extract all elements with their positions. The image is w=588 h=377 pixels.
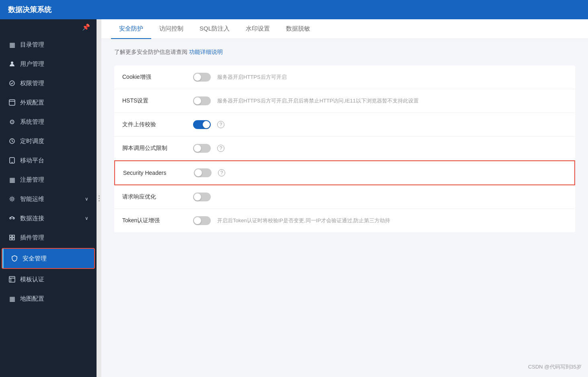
tab-sql-injection[interactable]: SQL防注入 xyxy=(191,19,238,39)
sidebar-label-ops: 智能运维 xyxy=(20,195,44,203)
toggle-token[interactable] xyxy=(193,216,211,225)
sidebar-label-catalog: 目录管理 xyxy=(20,41,44,49)
tab-access-control[interactable]: 访问控制 xyxy=(151,19,191,39)
sidebar-item-system[interactable]: ⚙ 系统管理 xyxy=(0,112,97,131)
sidebar-label-plugin: 插件管理 xyxy=(20,234,44,242)
svg-point-0 xyxy=(11,61,13,64)
sidebar-item-template[interactable]: 模板认证 xyxy=(0,270,97,289)
sidebar-label-permission: 权限管理 xyxy=(20,80,44,87)
sidebar-item-security[interactable]: 安全管理 xyxy=(2,248,95,269)
watermark-text: CSDN @代码写到35岁 xyxy=(528,364,582,370)
sidebar-label-security: 安全管理 xyxy=(23,255,47,262)
sidebar-label-appearance: 外观配置 xyxy=(20,99,44,107)
permission-icon xyxy=(8,79,16,87)
sidebar-item-ops[interactable]: 智能运维 ∨ xyxy=(0,189,97,209)
svg-rect-10 xyxy=(12,235,14,237)
setting-row-cookie: Cookie增强 服务器开启HTTPS后方可开启 xyxy=(114,66,575,89)
svg-rect-13 xyxy=(9,277,15,282)
template-icon xyxy=(8,275,16,283)
help-icon-file-upload[interactable]: ? xyxy=(217,121,224,128)
toggle-security-headers[interactable] xyxy=(194,168,212,177)
svg-point-6 xyxy=(11,198,13,200)
app-title: 数据决策系统 xyxy=(8,5,51,14)
setting-row-file-upload: 文件上传校验 ? xyxy=(114,113,575,137)
sidebar-pin-area: 📌 xyxy=(0,19,97,35)
setting-label-request-optimize: 请求响应优化 xyxy=(122,193,187,201)
sidebar-label-registration: 注册管理 xyxy=(20,176,44,184)
toggle-file-upload[interactable] xyxy=(193,120,211,129)
catalog-icon: ▦ xyxy=(8,41,16,49)
toggle-request-optimize[interactable] xyxy=(193,193,211,201)
sidebar-label-mobile: 移动平台 xyxy=(20,157,44,164)
setting-row-security-headers: Security Headers ? xyxy=(114,160,575,185)
sidebar-label-user: 用户管理 xyxy=(20,60,44,68)
help-icon-security-headers[interactable]: ? xyxy=(218,169,225,176)
settings-list: Cookie增强 服务器开启HTTPS后方可开启 HSTS设置 服务器开启HTT… xyxy=(114,66,575,232)
tab-security-protection[interactable]: 安全防护 xyxy=(111,19,151,39)
setting-label-security-headers: Security Headers xyxy=(123,170,187,176)
mobile-icon xyxy=(8,156,16,164)
watermark: CSDN @代码写到35岁 xyxy=(528,363,582,371)
setting-row-token: Token认证增强 开启后Token认证时将校验IP是否变更,同一IP才会验证通… xyxy=(114,209,575,232)
scheduler-icon xyxy=(8,137,16,145)
system-icon: ⚙ xyxy=(8,118,16,126)
sidebar-label-system: 系统管理 xyxy=(20,118,44,126)
sidebar-item-registration[interactable]: ▦ 注册管理 xyxy=(0,170,97,189)
sidebar-label-template: 模板认证 xyxy=(20,276,44,283)
main-layout: 📌 ▦ 目录管理 用户管理 权限管理 外观配置 ⚙ 系统管理 xyxy=(0,19,588,377)
setting-row-script-limit: 脚本调用公式限制 ? xyxy=(114,137,575,160)
toggle-cookie[interactable] xyxy=(193,73,211,82)
ops-arrow: ∨ xyxy=(85,196,88,202)
svg-point-5 xyxy=(12,162,12,163)
setting-desc-hsts: 服务器开启HTTPS后方可开启,开启后将禁止HTTP访问,IE11以下浏览器暂不… xyxy=(217,97,567,104)
sidebar-item-permission[interactable]: 权限管理 xyxy=(0,74,97,93)
sidebar-label-map: 地图配置 xyxy=(20,295,44,303)
sidebar: 📌 ▦ 目录管理 用户管理 权限管理 外观配置 ⚙ 系统管理 xyxy=(0,19,97,377)
ops-icon xyxy=(8,195,16,203)
sidebar-label-scheduler: 定时调度 xyxy=(20,137,44,145)
sidebar-item-scheduler[interactable]: 定时调度 xyxy=(0,131,97,151)
setting-desc-token: 开启后Token认证时将校验IP是否变更,同一IP才会验证通过,防止第三方劫持 xyxy=(217,217,567,224)
setting-row-hsts: HSTS设置 服务器开启HTTPS后方可开启,开启后将禁止HTTP访问,IE11… xyxy=(114,89,575,113)
setting-row-request-optimize: 请求响应优化 xyxy=(114,185,575,209)
registration-icon: ▦ xyxy=(8,176,16,184)
sidebar-resizer[interactable] xyxy=(97,19,101,377)
svg-rect-9 xyxy=(10,235,12,237)
setting-label-file-upload: 文件上传校验 xyxy=(122,121,187,128)
sidebar-item-user[interactable]: 用户管理 xyxy=(0,54,97,74)
sidebar-item-catalog[interactable]: ▦ 目录管理 xyxy=(0,35,97,54)
pin-icon[interactable]: 📌 xyxy=(82,23,90,31)
setting-label-token: Token认证增强 xyxy=(122,217,187,224)
security-icon xyxy=(10,254,19,262)
svg-rect-12 xyxy=(12,238,14,240)
sidebar-item-dataconn[interactable]: 数据连接 ∨ xyxy=(0,209,97,228)
appearance-icon xyxy=(8,98,16,107)
tab-bar: 安全防护 访问控制 SQL防注入 水印设置 数据脱敏 xyxy=(101,19,588,39)
sidebar-item-plugin[interactable]: 插件管理 xyxy=(0,228,97,247)
top-bar: 数据决策系统 xyxy=(0,0,588,19)
content-area: 安全防护 访问控制 SQL防注入 水印设置 数据脱敏 了解更多安全防护信息请查阅… xyxy=(101,19,588,377)
setting-desc-cookie: 服务器开启HTTPS后方可开启 xyxy=(217,74,567,81)
user-icon xyxy=(8,60,16,68)
setting-label-hsts: HSTS设置 xyxy=(122,97,187,104)
content-body: 了解更多安全防护信息请查阅 功能详细说明 Cookie增强 服务器开启HTTPS… xyxy=(101,39,588,242)
sidebar-item-map[interactable]: ▦ 地图配置 xyxy=(0,289,97,308)
tab-data-desensitization[interactable]: 数据脱敏 xyxy=(278,19,318,39)
setting-label-script-limit: 脚本调用公式限制 xyxy=(122,145,187,152)
sidebar-label-dataconn: 数据连接 xyxy=(20,215,44,222)
info-text: 了解更多安全防护信息请查阅 xyxy=(114,49,187,55)
dataconn-icon xyxy=(8,214,16,222)
setting-label-cookie: Cookie增强 xyxy=(122,74,187,81)
toggle-script-limit[interactable] xyxy=(193,144,211,153)
help-icon-script-limit[interactable]: ? xyxy=(217,145,224,152)
plugin-icon xyxy=(8,234,16,242)
tab-watermark[interactable]: 水印设置 xyxy=(238,19,278,39)
toggle-hsts[interactable] xyxy=(193,96,211,105)
info-link[interactable]: 功能详细说明 xyxy=(189,49,223,55)
sidebar-item-mobile[interactable]: 移动平台 xyxy=(0,151,97,170)
sidebar-item-appearance[interactable]: 外观配置 xyxy=(0,93,97,112)
info-row: 了解更多安全防护信息请查阅 功能详细说明 xyxy=(114,49,575,56)
svg-rect-11 xyxy=(10,238,12,240)
svg-rect-2 xyxy=(9,100,15,105)
dataconn-arrow: ∨ xyxy=(85,215,88,221)
